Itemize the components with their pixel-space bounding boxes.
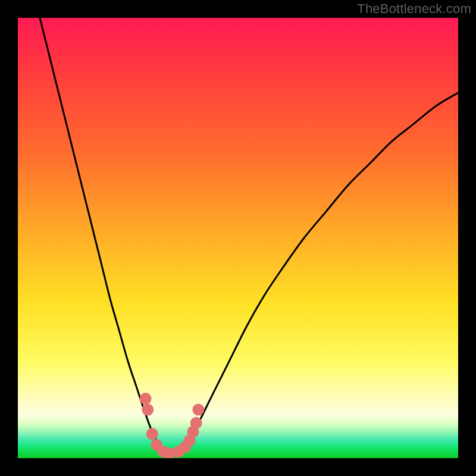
marker-trough-dots-0 [140,393,152,405]
marker-trough-dots-1 [142,404,154,416]
plot-area [18,18,458,458]
chart-frame: TheBottleneck.com [0,0,476,476]
marker-trough-dots-11 [192,404,204,416]
series-group [40,18,458,454]
marker-trough-dots-10 [190,417,202,429]
watermark-text: TheBottleneck.com [357,1,471,17]
series-left-branch [40,18,159,445]
curve-layer [18,18,458,458]
series-right-branch [185,93,458,445]
marker-trough-dots-2 [146,428,158,440]
